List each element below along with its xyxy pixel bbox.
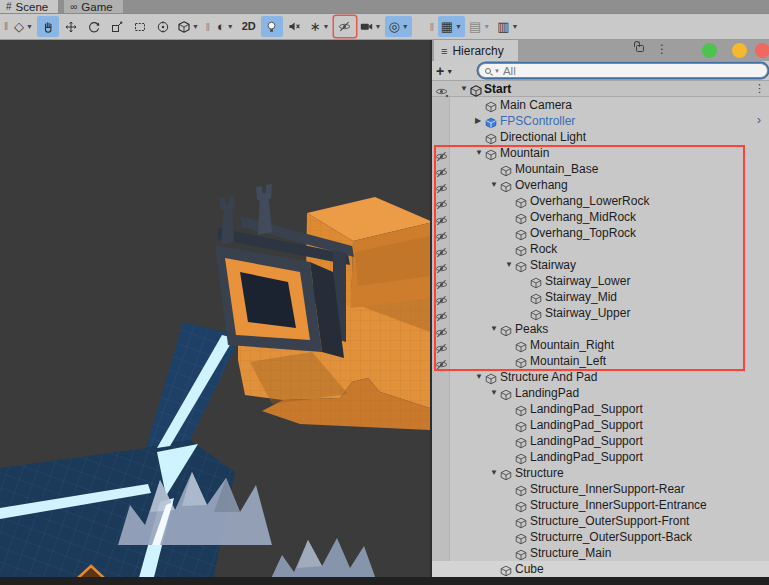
hierarchy-row[interactable]: Stairway_Lower — [432, 273, 769, 289]
gizmos-toggle-dropdown[interactable]: ◎▼ — [385, 16, 411, 37]
hierarchy-row[interactable]: Directional Light — [432, 129, 769, 145]
hierarchy-row[interactable]: Mountain_Base — [432, 161, 769, 177]
hierarchy-row[interactable]: Overhang_TopRock — [432, 225, 769, 241]
scene-options-icon[interactable]: ⋮ — [754, 82, 765, 95]
hierarchy-row[interactable]: Structure_InnerSupport-Entrance — [432, 497, 769, 513]
hierarchy-row[interactable]: LandingPad_Support — [432, 449, 769, 465]
hierarchy-row[interactable]: Structure_InnerSupport-Rear — [432, 481, 769, 497]
scale-tool[interactable] — [106, 16, 128, 37]
foldout-icon[interactable]: ▼ — [475, 149, 483, 157]
scene-toolbar: ‖◇▼▼‖◐▼2D∗▼▼◎▼‖▦▼▤▼▥▼ — [0, 14, 769, 40]
toolbar-drag-handle[interactable]: ‖ — [2, 21, 10, 32]
eyeoff-icon — [338, 21, 351, 32]
foldout-icon[interactable]: ▼ — [490, 469, 498, 477]
scene-viewport[interactable] — [0, 40, 430, 585]
gameobject-name: Peaks — [515, 322, 548, 336]
foldout-icon[interactable]: ▼ — [505, 261, 513, 269]
hierarchy-row[interactable]: LandingPad_Support — [432, 417, 769, 433]
hierarchy-row[interactable]: ▼ LandingPad — [432, 385, 769, 401]
prefab-chevron-icon[interactable]: › — [757, 113, 761, 127]
hierarchy-row[interactable]: Cube — [432, 561, 769, 577]
hierarchy-toolbar: + ▼ ▼ — [432, 61, 769, 81]
create-object-button[interactable]: + ▼ — [436, 63, 453, 79]
hierarchy-row[interactable]: Rock — [432, 241, 769, 257]
transform-tool[interactable] — [152, 16, 174, 37]
panel-menu-icon[interactable]: ⋮ — [656, 42, 668, 56]
hierarchy-row[interactable]: Overhang_LowerRock — [432, 193, 769, 209]
gameobject-name: Stairway_Upper — [545, 306, 630, 320]
hierarchy-row[interactable]: ▶ FPSController › — [432, 113, 769, 129]
gameobject-name: LandingPad_Support — [530, 402, 643, 416]
toolbar-separator: ‖ — [203, 21, 213, 33]
tab-scene[interactable]: # Scene — [0, 0, 58, 13]
hierarchy-row[interactable]: LandingPad_Support — [432, 401, 769, 417]
grid-snap-toggle-dropdown[interactable]: ▦▼ — [438, 16, 465, 37]
status-dot-red — [755, 43, 769, 58]
gameobject-name: FPSController — [500, 114, 575, 128]
hierarchy-row[interactable]: ▼ Overhang — [432, 177, 769, 193]
hierarchy-row[interactable]: ▼ Structure — [432, 465, 769, 481]
search-input[interactable] — [503, 65, 761, 77]
foldout-icon[interactable]: ▼ — [475, 373, 483, 381]
hierarchy-row[interactable]: ▼ Stairway — [432, 257, 769, 273]
camera-settings-dropdown[interactable]: ▼ — [357, 16, 385, 37]
foldout-icon[interactable]: ▼ — [490, 389, 498, 397]
gamepad-icon: ∞ — [70, 1, 77, 12]
hierarchy-search: ▼ — [478, 63, 768, 78]
custom-tool-dropdown[interactable]: ▼ — [175, 16, 202, 37]
unity-icon — [178, 21, 190, 33]
camera-icon — [360, 21, 373, 32]
gameobject-name: LandingPad_Support — [530, 434, 643, 448]
gameobject-name: Overhang_MidRock — [530, 210, 636, 224]
tab-game[interactable]: ∞ Game — [64, 0, 122, 13]
gizmo-icon: ◎ — [388, 20, 399, 33]
chevron-down-icon: ▼ — [446, 68, 453, 75]
hierarchy-row[interactable]: ▼ Peaks — [432, 321, 769, 337]
effects-dropdown[interactable]: ∗▼ — [307, 16, 333, 37]
2d-toggle[interactable]: 2D — [238, 16, 260, 37]
status-dot-yellow — [732, 43, 747, 58]
hierarchy-row[interactable]: Main Camera — [432, 97, 769, 113]
hierarchy-row[interactable]: Structure_OuterSupport-Front — [432, 513, 769, 529]
snap-increment-dropdown[interactable]: ▥▼ — [494, 16, 521, 37]
gameobject-name: Mountain — [500, 146, 549, 160]
gameobject-name: LandingPad — [515, 386, 579, 400]
hierarchy-row[interactable]: Mountain_Right — [432, 337, 769, 353]
scene-header-row[interactable]: ▼ Start ⋮ — [432, 81, 769, 97]
gameobject-name: Mountain_Right — [530, 338, 614, 352]
audio-mute-toggle[interactable] — [284, 16, 306, 37]
lighting-toggle[interactable] — [261, 16, 283, 37]
rect-tool[interactable] — [129, 16, 151, 37]
gameobject-name: LandingPad_Support — [530, 418, 643, 432]
list-icon: ≡ — [441, 45, 447, 57]
move-tool[interactable] — [60, 16, 82, 37]
draw-mode-dropdown[interactable]: ◐▼ — [214, 16, 237, 37]
hierarchy-row[interactable]: Stairway_Upper — [432, 305, 769, 321]
gameobject-name: Rock — [530, 242, 557, 256]
hierarchy-row[interactable]: ▼ Mountain — [432, 145, 769, 161]
hierarchy-row[interactable]: Mountain_Left — [432, 353, 769, 369]
hand-tool[interactable] — [37, 16, 59, 37]
foldout-open-icon[interactable]: ▼ — [460, 85, 468, 93]
hierarchy-row[interactable]: LandingPad_Support — [432, 433, 769, 449]
unlock-icon[interactable] — [636, 45, 644, 52]
hierarchy-row[interactable]: Stairway_Mid — [432, 289, 769, 305]
hierarchy-row[interactable]: Structurre_OuterSupport-Back — [432, 529, 769, 545]
hierarchy-row[interactable]: ▼ Structure And Pad — [432, 369, 769, 385]
gameobject-name: Structure And Pad — [500, 370, 597, 384]
foldout-icon[interactable]: ▼ — [490, 181, 498, 189]
view-tabstrip: # Scene ∞ Game — [0, 0, 769, 14]
gameobject-name: Main Camera — [500, 98, 572, 112]
foldout-icon[interactable]: ▼ — [490, 325, 498, 333]
orientation-gizmo-dropdown[interactable]: ◇▼ — [11, 16, 36, 37]
hierarchy-row[interactable]: Overhang_MidRock — [432, 209, 769, 225]
chevron-down-icon: ▼ — [375, 23, 382, 30]
foldout-icon[interactable]: ▶ — [475, 117, 481, 125]
rotate-tool[interactable] — [83, 16, 105, 37]
toolbar-separator-2: ‖ — [427, 21, 437, 33]
scene-visibility-toggle[interactable] — [334, 16, 356, 37]
hierarchy-row[interactable]: Structure_Main — [432, 545, 769, 561]
tab-hierarchy[interactable]: ≡ Hierarchy — [434, 40, 518, 61]
gameobject-name: Overhang_TopRock — [530, 226, 636, 240]
snap-toggle-dropdown[interactable]: ▤▼ — [466, 16, 493, 37]
